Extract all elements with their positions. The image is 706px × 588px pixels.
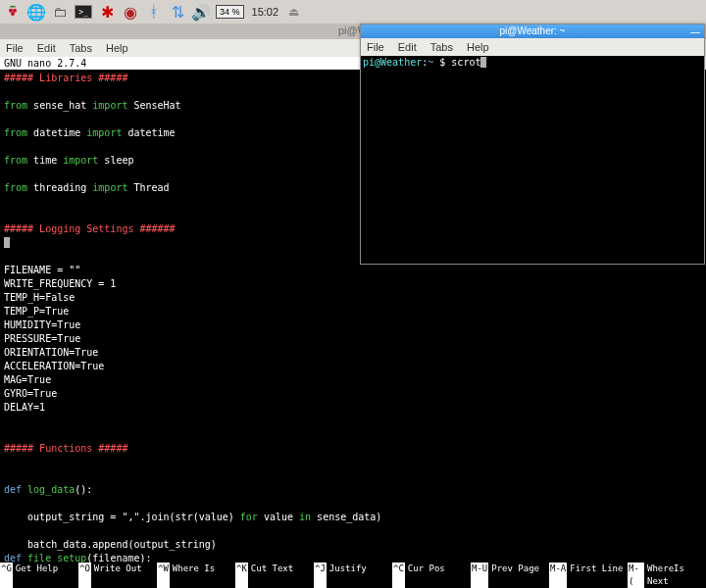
- kw: from: [4, 127, 27, 138]
- volume-icon[interactable]: 🔊: [192, 3, 210, 21]
- menu-edit[interactable]: Edit: [398, 41, 417, 53]
- txt: datetime: [122, 127, 175, 138]
- comment-functions: ##### Functions #####: [4, 443, 127, 454]
- comment-logging: ##### Logging Settings ######: [4, 223, 176, 234]
- browser-icon[interactable]: 🌐: [27, 3, 45, 21]
- nano-help-item: M-(WhereIs Next: [628, 563, 706, 588]
- menu-tabs[interactable]: Tabs: [430, 41, 453, 53]
- nano-help-bar: ^GGet Help^OWrite Out^WWhere Is^KCut Tex…: [0, 563, 706, 588]
- txt: threading: [27, 182, 92, 193]
- fn: log_data: [22, 484, 75, 495]
- nano-help-item: ^CCur Pos: [392, 563, 471, 588]
- second-terminal-window: pi@Weather: ~ — File Edit Tabs Help pi@W…: [360, 24, 705, 265]
- nano-help-item: M-AFirst Line: [549, 563, 628, 588]
- second-window-titlebar[interactable]: pi@Weather: ~ —: [361, 24, 704, 38]
- kw: from: [4, 100, 27, 111]
- cursor: [480, 57, 486, 68]
- nano-help-item: ^JJustify: [314, 563, 392, 588]
- wifi-icon[interactable]: ⇅: [169, 3, 186, 21]
- clock[interactable]: 15:02: [252, 6, 279, 18]
- bluetooth-icon[interactable]: ᚼ: [145, 3, 163, 21]
- kw: import: [86, 127, 122, 138]
- txt: time: [27, 155, 63, 166]
- second-window-title: pi@Weather: ~: [500, 25, 566, 36]
- file-manager-icon[interactable]: 🗀: [51, 3, 69, 21]
- menu-file[interactable]: File: [367, 41, 384, 53]
- nano-help-item: ^WWhere Is: [157, 563, 235, 588]
- svg-point-2: [11, 12, 15, 16]
- svg-point-0: [9, 9, 13, 13]
- menu-file[interactable]: File: [6, 42, 24, 54]
- kw: from: [4, 155, 27, 166]
- txt: datetime: [27, 127, 86, 138]
- menu-tabs[interactable]: Tabs: [70, 42, 92, 54]
- taskbar: 🌐 🗀 >_ ✱ ◉ ᚼ ⇅ 🔊 34 % 15:02 ⏏: [0, 0, 706, 24]
- mathematica-icon[interactable]: ✱: [98, 3, 116, 21]
- nano-help-item: ^KCut Text: [235, 563, 314, 588]
- cursor: [4, 237, 10, 248]
- second-menubar: File Edit Tabs Help: [361, 38, 704, 56]
- nano-version: GNU nano 2.7.4: [4, 57, 86, 70]
- command-input: scrot: [451, 57, 480, 68]
- wolfram-icon[interactable]: ◉: [122, 3, 139, 21]
- txt: output_string = ",".join(str(value): [4, 512, 240, 522]
- var: HUMIDITY=True: [4, 319, 80, 330]
- close-icon[interactable]: —: [690, 25, 700, 39]
- prompt-dollar: $: [433, 57, 451, 68]
- menu-help[interactable]: Help: [467, 41, 489, 53]
- kw: import: [63, 155, 98, 166]
- var: WRITE_FREQUENCY = 1: [4, 278, 116, 289]
- var: GYRO=True: [4, 388, 57, 399]
- kw: import: [92, 100, 127, 111]
- kw: import: [92, 182, 127, 193]
- kw: in: [299, 512, 311, 522]
- nano-help-item: ^GGet Help: [0, 563, 78, 588]
- var: DELAY=1: [4, 402, 45, 413]
- var: MAG=True: [4, 374, 51, 385]
- var: FILENAME = "": [4, 265, 80, 275]
- txt: sense_data): [311, 512, 381, 522]
- txt: sleep: [98, 155, 133, 166]
- txt: batch_data.append(output_string): [4, 539, 217, 550]
- var: ACCELERATION=True: [4, 361, 104, 371]
- var: TEMP_H=False: [4, 292, 75, 303]
- var: ORIENTATION=True: [4, 347, 98, 358]
- txt: ():: [75, 484, 92, 495]
- nano-help-item: ^OWrite Out: [78, 563, 157, 588]
- svg-point-1: [13, 9, 17, 13]
- prompt-user: pi@Weather: [363, 57, 422, 68]
- menu-help[interactable]: Help: [106, 42, 128, 54]
- kw: from: [4, 182, 27, 193]
- txt: sense_hat: [27, 100, 92, 111]
- txt: value: [258, 512, 299, 522]
- comment-libraries: ##### Libraries #####: [4, 73, 127, 83]
- txt: Thread: [127, 182, 169, 193]
- kw: for: [240, 512, 258, 522]
- battery-indicator[interactable]: 34 %: [216, 5, 244, 19]
- kw: def: [4, 484, 22, 495]
- menu-edit[interactable]: Edit: [37, 42, 56, 54]
- var: PRESSURE=True: [4, 333, 80, 344]
- txt: SenseHat: [127, 100, 180, 111]
- raspberry-menu-icon[interactable]: [4, 3, 22, 21]
- nano-help-item: M-UPrev Page: [471, 563, 549, 588]
- var: TEMP_P=True: [4, 306, 69, 317]
- second-terminal-body[interactable]: pi@Weather:~ $ scrot: [361, 56, 704, 264]
- terminal-icon[interactable]: >_: [75, 5, 92, 19]
- eject-icon[interactable]: ⏏: [288, 5, 299, 19]
